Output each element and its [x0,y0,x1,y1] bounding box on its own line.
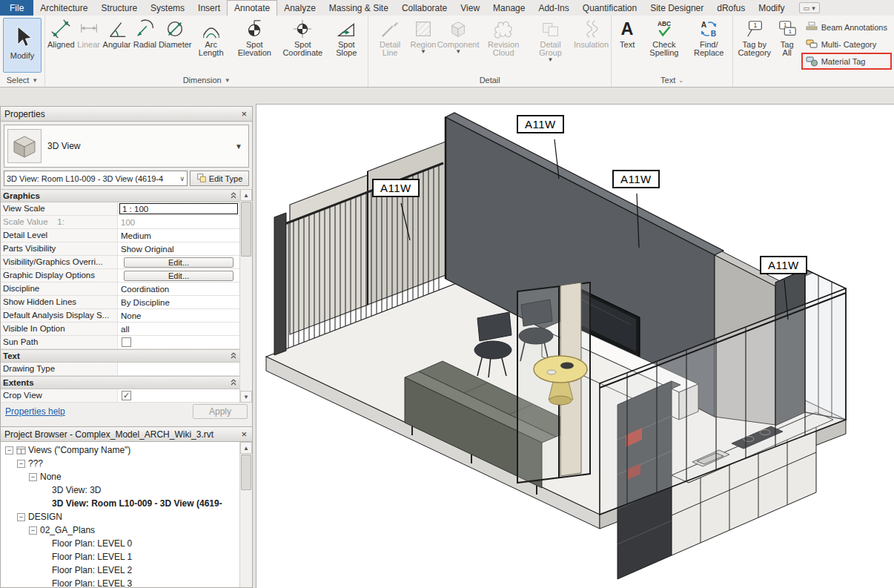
property-row[interactable]: Detail Level Medium [1,229,239,242]
tab-drofus[interactable]: dRofus [710,0,752,16]
tree-item-3d-view-room-l10-009-3d-view-4619[interactable]: 3D View: Room L10-009 - 3D View (4619- [1,497,239,510]
tool-detail-line[interactable]: Detail Line [371,17,409,73]
tab-view[interactable]: View [454,0,486,16]
tree-item-views-company-name[interactable]: − Views ("Company Name") [1,443,239,457]
close-icon[interactable]: × [239,429,248,440]
value-text[interactable]: Medium [119,231,153,240]
tab-add-ins[interactable]: Add-Ins [532,0,575,16]
tool-multi-category[interactable]: Multi- Category [803,37,890,51]
tree-expander-icon[interactable]: − [29,526,37,535]
property-row[interactable]: Show Hidden Lines By Discipline [1,296,239,309]
tool-tag-all[interactable]: 11 Tag All [774,17,801,73]
tab-structure[interactable]: Structure [94,0,144,16]
tree-expander-icon[interactable]: − [5,446,13,455]
close-icon[interactable]: × [239,108,248,119]
apply-button[interactable]: Apply [193,404,248,419]
edit-button[interactable]: Edit... [124,257,233,268]
tree-expander-icon[interactable]: − [29,473,37,481]
tool-revision-cloud[interactable]: Revision Cloud [480,17,527,73]
tab-quantification[interactable]: Quantification [576,0,643,16]
scroll-down-icon[interactable]: ▼ [240,391,252,403]
drawing-area[interactable]: A11WA11WA11WA11W [256,104,894,588]
tree-item-floor-plan-level-2[interactable]: Floor Plan: LEVEL 2 [1,564,239,577]
property-row[interactable]: Graphic Display Options Edit... [1,269,239,283]
tool-region[interactable]: Region ▼ [410,17,437,73]
tool-angular[interactable]: Angular [103,17,131,73]
tool-spot-coordinate[interactable]: Spot Coordinate [279,17,326,73]
modify-button[interactable]: Modify [3,18,42,73]
property-row[interactable]: Scale Value 1: 100 [1,216,239,229]
tool-radial[interactable]: Radial [131,17,158,73]
properties-scrollbar[interactable]: ▲ ▼ [239,189,252,403]
tree-expander-icon[interactable]: − [17,460,25,468]
value-input[interactable]: 1 : 100 [119,203,238,214]
ribbon-display-toggle[interactable]: ▭ ▾ [799,2,820,13]
text-panel-caption[interactable]: Text⌄ [612,73,732,87]
chevron-down-icon[interactable]: ▼ [235,142,245,151]
wall-tag[interactable]: A11W [372,179,420,197]
tree-item-[interactable]: − ??? [1,457,239,470]
section-extents[interactable]: Extents [1,376,239,389]
wall-tag[interactable]: A11W [612,170,660,188]
tab-site-designer[interactable]: Site Designer [643,0,710,16]
property-row[interactable]: Default Analysis Display S... None [1,309,239,323]
tab-modify[interactable]: Modify [752,0,791,16]
property-row[interactable]: Discipline Coordination [1,283,239,296]
tree-item-floor-plan-level-3[interactable]: Floor Plan: LEVEL 3 [1,577,239,587]
value-text[interactable]: Coordination [119,285,170,294]
tree-item-none[interactable]: − None [1,470,239,483]
property-row[interactable]: Visible In Option all [1,323,239,336]
edit-button[interactable]: Edit... [124,271,233,281]
tool-linear[interactable]: Linear [76,17,102,73]
value-text[interactable]: all [119,325,131,334]
scrollbar-thumb[interactable] [241,455,251,490]
property-row[interactable]: Sun Path [1,336,239,349]
value-text[interactable]: 100 [119,218,136,227]
value-text[interactable]: Show Original [119,245,176,254]
tool-beam-annotations[interactable]: Beam Annotations [803,20,890,34]
tool-aligned[interactable]: Aligned [47,17,75,73]
tool-text[interactable]: A Text [614,17,640,73]
properties-help-link[interactable]: Properties help [5,406,65,417]
section-graphics[interactable]: Graphics [1,189,239,202]
tab-annotate[interactable]: Annotate [227,0,277,16]
property-row[interactable]: Parts Visibility Show Original [1,242,239,256]
tab-insert[interactable]: Insert [191,0,227,16]
scrollbar-thumb[interactable] [241,202,251,257]
tree-item-3d-view-3d[interactable]: 3D View: 3D [1,483,239,497]
checkbox[interactable] [122,337,131,347]
value-text[interactable]: None [119,311,143,320]
tool-find-replace[interactable]: AB Find/ Replace [688,17,730,73]
browser-scrollbar[interactable]: ▲ [239,442,252,587]
tree-item-floor-plan-level-1[interactable]: Floor Plan: LEVEL 1 [1,550,239,564]
properties-title-bar[interactable]: Properties × [1,107,252,122]
select-panel-caption[interactable]: Select▼ [0,73,44,87]
value-text[interactable]: By Discipline [119,298,171,307]
collapse-chevron-icon[interactable] [230,191,237,201]
tool-diameter[interactable]: Diameter [159,17,191,73]
tool-material-tag[interactable]: Material Tag [803,54,890,68]
tab-architecture[interactable]: Architecture [33,0,94,16]
scroll-up-icon[interactable]: ▲ [240,189,252,201]
scroll-up-icon[interactable]: ▲ [240,442,252,454]
checkbox[interactable]: ✓ [122,391,131,400]
property-row[interactable]: Visibility/Graphics Overri... Edit... [1,256,239,269]
project-browser-title-bar[interactable]: Project Browser - Complex_Model_ARCH_Wik… [1,427,252,442]
type-selector[interactable]: 3D View ▼ [4,125,249,168]
instance-selector-combo[interactable]: 3D View: Room L10-009 - 3D View (4619-4 … [4,171,188,186]
tree-item-floor-plan-level-0[interactable]: Floor Plan: LEVEL 0 [1,537,239,550]
tab-file[interactable]: File [0,0,33,16]
property-row[interactable]: Drawing Type [1,363,239,376]
tool-spot-elevation[interactable]: Spot Elevation [231,17,278,73]
tab-manage[interactable]: Manage [486,0,532,16]
tool-insulation[interactable]: Insulation [574,17,609,73]
tab-collaborate[interactable]: Collaborate [395,0,454,16]
dimension-panel-caption[interactable]: Dimension▼ [45,73,368,87]
property-row[interactable]: Crop View ✓ [1,389,239,403]
tool-tag-by-category[interactable]: 1 Tag by Category [735,17,774,73]
tab-systems[interactable]: Systems [144,0,191,16]
corner-column[interactable] [274,213,286,355]
tree-item-design[interactable]: − DESIGN [1,510,239,523]
tab-analyze[interactable]: Analyze [277,0,322,16]
wall-tag[interactable]: A11W [517,115,564,133]
